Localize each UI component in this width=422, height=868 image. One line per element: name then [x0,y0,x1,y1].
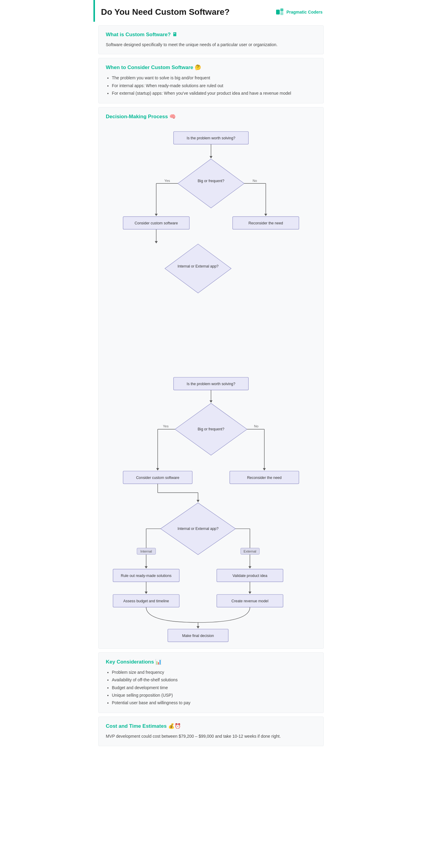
svg-marker-64 [145,591,148,594]
svg-text:No: No [254,424,259,428]
svg-text:Assess budget and timeline: Assess budget and timeline [123,599,169,603]
svg-text:Is the problem worth solving?: Is the problem worth solving? [187,136,235,140]
svg-text:Yes: Yes [163,424,169,428]
svg-text:Make final decision: Make final decision [182,633,214,638]
when-list: The problem you want to solve is big and… [112,74,316,97]
svg-marker-22 [155,241,158,243]
decision-section: Decision-Making Process 🧠 Is the problem… [98,107,324,649]
svg-marker-51 [145,566,148,568]
logo-icon [275,8,284,16]
svg-text:Consider custom software: Consider custom software [135,221,178,225]
what-section: What is Custom Software? 🖥 Software desi… [98,25,324,54]
list-item: Availability of off-the-shelf solutions [112,676,316,684]
svg-marker-15 [264,214,267,216]
svg-text:Internal or External app?: Internal or External app? [177,526,219,530]
svg-rect-2 [280,12,283,15]
svg-marker-56 [248,566,251,568]
list-item: Budget and development time [112,684,316,691]
cost-title: Cost and Time Estimates 💰⏰ [106,723,316,729]
svg-rect-0 [276,10,280,14]
svg-marker-72 [197,626,199,628]
svg-marker-11 [155,214,158,216]
svg-text:Consider custom software: Consider custom software [136,475,180,479]
key-list: Problem size and frequencyAvailability o… [112,669,316,707]
logo: Pragmatic Coders [275,8,323,16]
svg-marker-6 [209,156,213,158]
svg-text:Validate product idea: Validate product idea [232,574,267,578]
flowchart-svg: Is the problem worth solving? Big or fre… [106,126,316,385]
when-section: When to Consider Custom Software 🤔 The p… [98,58,324,103]
svg-marker-7 [178,159,244,208]
what-title: What is Custom Software? 🖥 [106,32,316,38]
svg-text:Big or frequent?: Big or frequent? [198,179,224,183]
svg-marker-37 [263,468,266,470]
list-item: Problem size and frequency [112,669,316,676]
svg-marker-28 [209,400,213,403]
svg-text:Internal: Internal [140,550,152,553]
page-header: Do You Need Custom Software? Pragmatic C… [93,0,329,22]
svg-text:Internal or External app?: Internal or External app? [177,264,219,269]
list-item: For internal apps: When ready-made solut… [112,82,316,90]
svg-text:External: External [244,550,256,553]
list-item: Unique selling proposition (USP) [112,691,316,699]
list-item: Potential user base and willingness to p… [112,699,316,707]
key-title: Key Considerations 📊 [106,659,316,665]
svg-text:Create revenue model: Create revenue model [231,599,268,603]
svg-marker-46 [197,500,199,502]
key-section: Key Considerations 📊 Problem size and fr… [98,652,324,713]
logo-text: Pragmatic Coders [286,10,323,14]
list-item: The problem you want to solve is big and… [112,74,316,82]
svg-text:Reconsider the need: Reconsider the need [247,475,282,479]
decision-title: Decision-Making Process 🧠 [106,114,316,120]
svg-text:Rule out ready-made solutions: Rule out ready-made solutions [121,574,171,578]
cost-section: Cost and Time Estimates 💰⏰ MVP developme… [98,717,324,746]
svg-text:Is the problem worth solving?: Is the problem worth solving? [187,381,235,386]
svg-marker-33 [156,468,159,470]
list-item: For external (startup) apps: When you've… [112,90,316,97]
when-title: When to Consider Custom Software 🤔 [106,64,316,70]
svg-text:Yes: Yes [164,179,170,183]
what-text: Software designed specifically to meet t… [106,41,316,48]
svg-text:No: No [253,179,257,183]
svg-text:Reconsider the need: Reconsider the need [248,221,283,225]
page-title: Do You Need Custom Software? [101,7,230,17]
cost-text: MVP development could cost between $79,2… [106,733,316,740]
flowchart-diagram: Is the problem worth solving? Big or fre… [106,372,316,643]
svg-text:Big or frequent?: Big or frequent? [198,427,224,431]
svg-rect-1 [280,8,283,11]
svg-marker-68 [248,591,251,594]
